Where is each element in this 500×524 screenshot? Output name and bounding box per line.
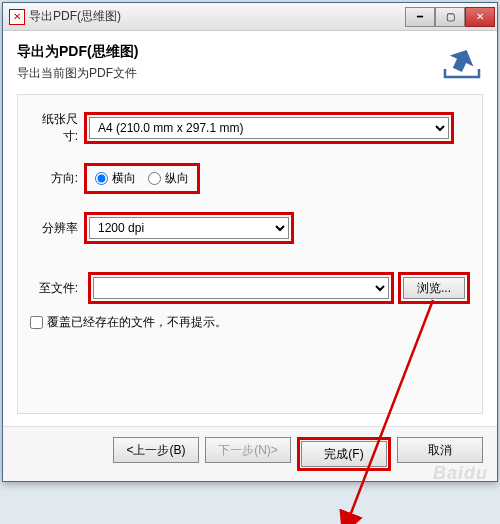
- app-icon: ✕: [9, 9, 25, 25]
- dialog-window: ✕ 导出PDF(思维图) ━ ▢ ✕ 导出为PDF(思维图) 导出当前图为PDF…: [2, 2, 498, 482]
- orientation-landscape-radio[interactable]: 横向: [95, 170, 136, 187]
- orientation-label: 方向:: [30, 170, 84, 187]
- file-path-input[interactable]: [93, 277, 389, 299]
- orientation-portrait-radio[interactable]: 纵向: [148, 170, 189, 187]
- prev-button[interactable]: <上一步(B): [113, 437, 199, 463]
- finish-button[interactable]: 完成(F): [301, 441, 387, 467]
- close-button[interactable]: ✕: [465, 7, 495, 27]
- overwrite-label: 覆盖已经存在的文件，不再提示。: [47, 314, 227, 331]
- form-section: 纸张尺寸: A4 (210.0 mm x 297.1 mm) 方向: 横向: [17, 94, 483, 414]
- paper-size-select[interactable]: A4 (210.0 mm x 297.1 mm): [89, 117, 449, 139]
- window-title: 导出PDF(思维图): [29, 8, 405, 25]
- dpi-label: 分辨率: [30, 220, 84, 237]
- cancel-button[interactable]: 取消: [397, 437, 483, 463]
- titlebar: ✕ 导出PDF(思维图) ━ ▢ ✕: [3, 3, 497, 31]
- next-button: 下一步(N)>: [205, 437, 291, 463]
- window-controls: ━ ▢ ✕: [405, 7, 495, 27]
- landscape-radio-input[interactable]: [95, 172, 108, 185]
- dialog-footer: <上一步(B) 下一步(N)> 完成(F) 取消: [3, 426, 497, 481]
- dialog-subtitle: 导出当前图为PDF文件: [17, 65, 138, 82]
- browse-button[interactable]: 浏览...: [403, 277, 465, 299]
- dialog-content: 纸张尺寸: A4 (210.0 mm x 297.1 mm) 方向: 横向: [3, 94, 497, 426]
- dialog-title: 导出为PDF(思维图): [17, 43, 138, 61]
- export-icon: [441, 43, 483, 81]
- dpi-select[interactable]: 1200 dpi: [89, 217, 289, 239]
- portrait-radio-input[interactable]: [148, 172, 161, 185]
- watermark: Baidu: [433, 463, 488, 484]
- file-label: 至文件:: [30, 280, 84, 297]
- minimize-button[interactable]: ━: [405, 7, 435, 27]
- maximize-button[interactable]: ▢: [435, 7, 465, 27]
- overwrite-checkbox[interactable]: [30, 316, 43, 329]
- paper-size-label: 纸张尺寸:: [30, 111, 84, 145]
- dialog-header: 导出为PDF(思维图) 导出当前图为PDF文件: [3, 31, 497, 94]
